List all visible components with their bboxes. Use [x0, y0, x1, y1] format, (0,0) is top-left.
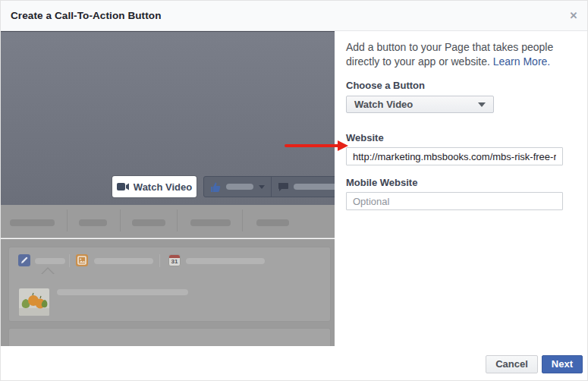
cta-preview-row: Watch Video [1, 176, 335, 197]
pencil-icon [18, 254, 30, 266]
tab-placeholder [132, 219, 165, 226]
calendar-icon: 31 [168, 254, 181, 266]
calendar-day: 31 [171, 257, 178, 266]
comment-placeholder-bar [294, 184, 335, 190]
composer-placeholder-bar [94, 258, 153, 264]
post-card-preview [8, 328, 331, 346]
tab-separator [242, 209, 243, 231]
close-icon[interactable]: ✕ [567, 9, 580, 23]
website-input[interactable] [346, 147, 563, 165]
dialog-header: Create a Call-To-Action Button ✕ [1, 1, 588, 31]
cta-preview-label: Watch Video [134, 181, 192, 193]
composer-card-preview: 31 [8, 247, 331, 322]
create-cta-dialog: Create a Call-To-Action Button ✕ Watch V… [0, 0, 588, 381]
cta-preview-button: Watch Video [112, 176, 197, 197]
composer-divider [159, 254, 160, 267]
composer-divider [69, 254, 70, 267]
dialog-footer: Cancel Next [1, 346, 588, 381]
tab-separator [177, 209, 178, 231]
mobile-website-input[interactable] [346, 192, 563, 210]
comment-icon [278, 182, 288, 192]
page-preview: Watch Video [1, 31, 335, 346]
choose-button-label: Choose a Button [346, 80, 563, 91]
button-type-dropdown[interactable]: Watch Video [346, 96, 494, 113]
post-placeholder-bar [57, 289, 188, 295]
dropdown-selected-value: Watch Video [354, 99, 413, 110]
next-button[interactable]: Next [542, 355, 583, 373]
website-label: Website [346, 132, 563, 143]
tab-placeholder [190, 219, 231, 226]
like-icon [210, 182, 221, 192]
comment-segment [271, 177, 335, 197]
cover-photo-preview: Watch Video [1, 31, 335, 205]
fruit-thumbnail [19, 288, 49, 316]
tab-separator [67, 209, 68, 231]
engagement-bar-preview [203, 176, 335, 197]
composer-tab-notch-fill [42, 269, 53, 274]
dimmed-page-content: 31 [1, 239, 335, 346]
page-tabs-preview [1, 205, 335, 238]
like-segment [204, 177, 271, 197]
tab-placeholder [256, 219, 289, 226]
composer-placeholder-bar [35, 258, 65, 264]
intro-text: Add a button to your Page that takes peo… [346, 40, 563, 69]
calendar-icon-top [169, 255, 180, 258]
mobile-website-label: Mobile Website [346, 177, 563, 188]
composer-placeholder-bar [186, 258, 265, 264]
cancel-button[interactable]: Cancel [486, 355, 538, 373]
tab-placeholder [10, 219, 55, 226]
learn-more-link[interactable]: Learn More. [493, 55, 550, 68]
tab-placeholder [79, 219, 107, 226]
like-placeholder-bar [226, 184, 253, 190]
tab-separator [120, 209, 121, 231]
photo-icon [76, 254, 88, 266]
caret-down-icon [259, 185, 265, 189]
video-camera-icon [117, 182, 129, 191]
dialog-title: Create a Call-To-Action Button [11, 1, 162, 30]
cta-form-panel: Add a button to your Page that takes peo… [335, 31, 588, 346]
dropdown-caret-icon [478, 102, 486, 107]
